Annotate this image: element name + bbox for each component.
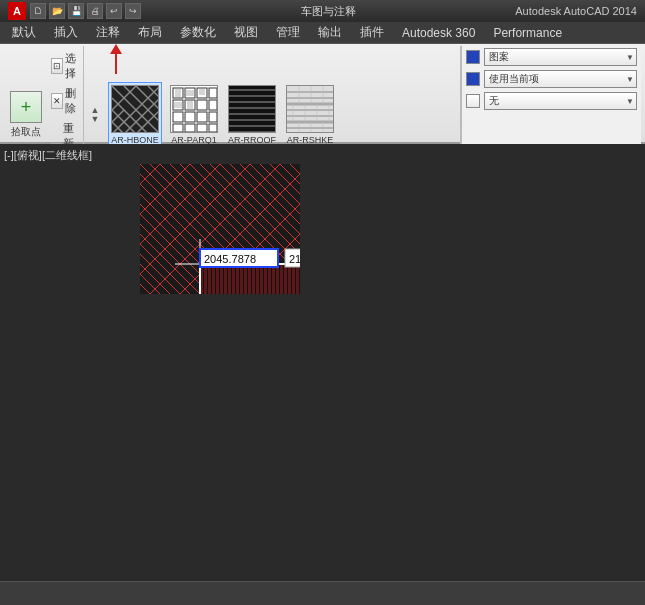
svg-text:2160.7143: 2160.7143 (289, 253, 300, 265)
ribbon: + 拾取点 ⊡ 选择 ✕ 删除 ↺ 重新创建 (0, 44, 645, 144)
menu-default[interactable]: 默认 (4, 22, 44, 43)
svg-rect-93 (0, 144, 140, 294)
arrow-head (110, 44, 122, 54)
pattern-ar-rroof[interactable]: AR-RROOF (226, 83, 278, 147)
menu-a360[interactable]: Autodesk 360 (394, 24, 483, 42)
down-arrow-icon: ▼ (91, 115, 100, 124)
dropdown-none-arrow: ▼ (626, 97, 634, 106)
title-bar: A 🗋 📂 💾 🖨 ↩ ↪ 车图与注释 Autodesk AutoCAD 201… (0, 0, 645, 22)
ar-rroof-preview (228, 85, 276, 133)
dropdown-current-text: 使用当前项 (489, 72, 539, 86)
pattern-ar-rshke[interactable]: AR-RSHKE (284, 83, 336, 147)
open-btn[interactable]: 📂 (49, 3, 65, 19)
menu-view[interactable]: 视图 (226, 22, 266, 43)
menu-performance[interactable]: Performance (485, 24, 570, 42)
dropdown-pattern[interactable]: 图案 ▼ (484, 48, 637, 66)
menu-plugins[interactable]: 插件 (352, 22, 392, 43)
ar-parq1-preview (170, 85, 218, 133)
menu-manage[interactable]: 管理 (268, 22, 308, 43)
menu-annotate[interactable]: 注释 (88, 22, 128, 43)
print-btn[interactable]: 🖨 (87, 3, 103, 19)
drawing: 2045.7878 2160.7143 (0, 144, 300, 294)
redo-btn[interactable]: ↪ (125, 3, 141, 19)
menu-bar: 默认 插入 注释 布局 参数化 视图 管理 输出 插件 Autodesk 360… (0, 22, 645, 44)
pattern-ar-parq1[interactable]: AR-PARQ1 (168, 83, 220, 147)
title-center: 车图与注释 (301, 4, 356, 19)
scroll-up-btn[interactable]: ▲ ▼ (88, 104, 102, 126)
pattern-ar-hbone[interactable]: AR-HBONE (108, 82, 162, 148)
select-label: 选择 (65, 51, 80, 81)
svg-text:2045.7878: 2045.7878 (204, 253, 256, 265)
delete-btn[interactable]: ✕ 删除 (48, 85, 83, 117)
new-btn[interactable]: 🗋 (30, 3, 46, 19)
toolbar-arrow (110, 44, 122, 74)
dropdown-none[interactable]: 无 ▼ (484, 92, 637, 110)
view-label: [-][俯视][二维线框] (4, 148, 92, 163)
ar-rshke-preview (286, 85, 334, 133)
save-btn[interactable]: 💾 (68, 3, 84, 19)
select-btn[interactable]: ⊡ 选择 (48, 50, 83, 82)
dropdown-pattern-arrow: ▼ (626, 53, 634, 62)
title-left: A 🗋 📂 💾 🖨 ↩ ↪ (8, 2, 141, 20)
right-row-2: 使用当前项 ▼ (466, 70, 637, 88)
menu-parametric[interactable]: 参数化 (172, 22, 224, 43)
arrow-shaft (115, 54, 117, 74)
pickup-label: 拾取点 (11, 125, 41, 139)
checkbox-pattern[interactable] (466, 50, 480, 64)
select-icon: ⊡ (51, 58, 63, 74)
title-toolbar-icons: 🗋 📂 💾 🖨 ↩ ↪ (30, 3, 141, 19)
pickup-point-btn[interactable]: + 拾取点 (8, 85, 44, 145)
title-right: Autodesk AutoCAD 2014 (515, 5, 637, 17)
menu-insert[interactable]: 插入 (46, 22, 86, 43)
undo-btn[interactable]: ↩ (106, 3, 122, 19)
checkbox-none[interactable] (466, 94, 480, 108)
dropdown-current-arrow: ▼ (626, 75, 634, 84)
dropdown-none-text: 无 (489, 94, 499, 108)
pickup-icon: + (10, 91, 42, 123)
delete-icon: ✕ (51, 93, 63, 109)
dropdown-current[interactable]: 使用当前项 ▼ (484, 70, 637, 88)
right-row-1: 图案 ▼ (466, 48, 637, 66)
checkbox-current[interactable] (466, 72, 480, 86)
canvas-area: [-][俯视][二维线框] (0, 144, 645, 581)
delete-label: 删除 (65, 86, 80, 116)
menu-layout[interactable]: 布局 (130, 22, 170, 43)
autocad-logo: A (8, 2, 26, 20)
ar-hbone-preview (111, 85, 159, 133)
svg-rect-95 (201, 265, 300, 294)
dropdown-pattern-text: 图案 (489, 50, 509, 64)
menu-output[interactable]: 输出 (310, 22, 350, 43)
status-bar (0, 581, 645, 605)
right-row-3: 无 ▼ (466, 92, 637, 110)
